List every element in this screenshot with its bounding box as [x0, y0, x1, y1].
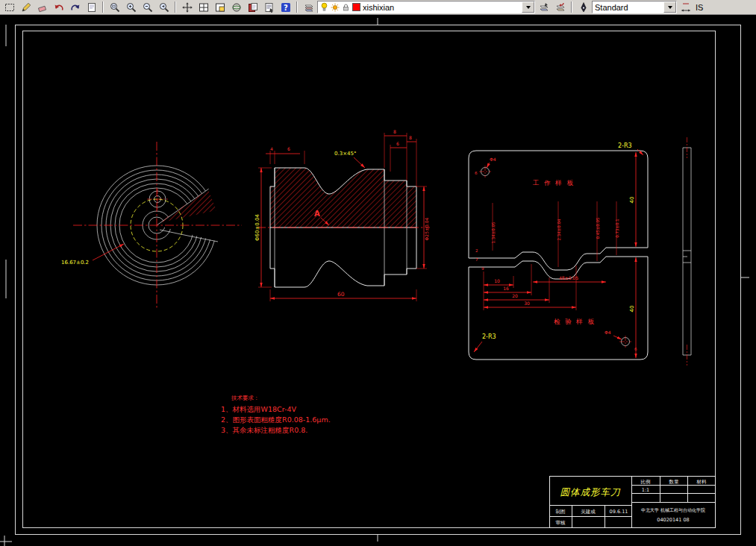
drawing-canvas[interactable]: 16.67±0.2 4 6 0.3×45° [0, 15, 756, 546]
zoom-window-button[interactable] [107, 1, 122, 14]
cad-application-window: ? xishixian Standard IS [0, 0, 756, 546]
design-center-icon [247, 1, 259, 13]
layer-manager-button[interactable] [301, 1, 316, 14]
side-strip-view [683, 137, 691, 365]
scale-value: 1:1 [642, 487, 649, 493]
undo-button[interactable] [51, 1, 66, 14]
corner-radius-bottom: 2-R3 [482, 333, 496, 340]
viewports-button[interactable] [196, 1, 211, 14]
design-center-button[interactable] [245, 1, 260, 14]
dim-top-2: 6 [287, 146, 290, 151]
diameter-dim: Φ60±0.04 [254, 214, 260, 241]
main-toolbar: ? xishixian Standard IS [0, 0, 756, 15]
check-template-label: 检 验 样 板 [554, 318, 596, 325]
text-style-button[interactable] [575, 1, 591, 14]
chain-dim-4: 30 [524, 301, 530, 306]
chamfer-dim: 0.3×45° [334, 151, 356, 157]
lightbulb-icon [320, 2, 328, 12]
dim-right-2: 8 [409, 135, 412, 140]
pan-button[interactable] [179, 1, 195, 14]
hole-dim-top: Φ4 [490, 157, 496, 162]
small-dim-1: 2 [475, 248, 478, 253]
properties-icon [263, 1, 275, 13]
zoom-previous-button[interactable] [156, 1, 172, 14]
technical-notes: 技术要求： 1、材料选用W18Cr-4V 2、图形表面粗糙度R0.08-1.6μ… [221, 395, 331, 434]
selection-tool-button[interactable] [1, 1, 17, 14]
pan-icon [181, 1, 193, 13]
maker-date: 09.6.11 [610, 509, 628, 515]
pen-nib-icon [578, 1, 590, 13]
hole-dim-bottom: Φ4 [605, 330, 611, 335]
style-combo-dropdown-button[interactable] [663, 1, 676, 13]
orbit-button[interactable] [228, 1, 244, 14]
layer-previous-button[interactable] [552, 1, 568, 14]
redo-button[interactable] [67, 1, 83, 14]
template-view: 2-R3 2-R3 工 作 样 板 检 验 样 板 40 40 [469, 142, 648, 360]
front-view: 16.67±0.2 [61, 142, 242, 309]
style-combo[interactable]: Standard [592, 1, 677, 13]
height-dim-top: 40 [629, 197, 635, 204]
layer-color-swatch [352, 3, 360, 11]
org-name: 中北大学 机械工程与自动化学院 [641, 507, 705, 513]
checker-label: 审核 [556, 520, 566, 526]
dim-style-icon [680, 1, 692, 13]
zoom-out-button[interactable] [140, 1, 155, 14]
width-dim: 48±0.05 [559, 275, 578, 280]
style-combo-value: Standard [595, 3, 628, 12]
shank-dim: Φ25±0.04 [424, 217, 429, 240]
height-dim-bottom: 40 [629, 306, 635, 313]
sun-icon [331, 3, 340, 12]
properties-button[interactable] [261, 1, 277, 14]
section-view: 4 6 0.3×45° 8 8 6 Φ60±0.04 [254, 129, 430, 301]
hole-offset-top: 6 [475, 171, 478, 175]
make-object-layer-current-button[interactable] [536, 1, 552, 14]
help-icon: ? [280, 1, 292, 13]
layers-icon [303, 1, 315, 13]
chain-dim-2: 16 [503, 286, 509, 291]
org-code: 04020141 08 [657, 517, 689, 523]
maker-name: 吴建成 [581, 509, 596, 515]
undo-icon [53, 1, 65, 13]
notes-heading: 技术要求： [231, 395, 260, 401]
chevron-down-icon [668, 6, 672, 9]
document-icon [86, 1, 98, 13]
layer-combo-value: xishixian [363, 3, 394, 12]
part-name: 圆体成形车刀 [560, 486, 622, 498]
toolbar-separator [571, 1, 572, 13]
redo-icon [69, 1, 81, 13]
sketch-tool-button[interactable] [18, 1, 34, 14]
lock-icon [342, 3, 350, 12]
eraser-tool-button[interactable] [34, 1, 50, 14]
dim-style-partial-label: IS [696, 3, 703, 12]
title-block: 圆体成形车刀 比例 数量 材料 1:1 制图 吴建成 09.6.11 审核 中北… [550, 477, 716, 528]
layer-combo-dropdown-button[interactable] [522, 1, 534, 13]
dim-style-button[interactable] [678, 1, 693, 14]
dim-right-1: 8 [393, 129, 396, 134]
help-button[interactable]: ? [278, 1, 293, 14]
front-radius-dim: 16.67±0.2 [61, 260, 89, 266]
chevron-down-icon [526, 6, 531, 9]
chain-dim-1: 10 [494, 278, 500, 283]
pencil-icon [20, 1, 32, 13]
make-layer-current-icon [538, 1, 550, 13]
dim-top-1: 4 [270, 146, 273, 151]
selection-box-icon [4, 1, 16, 13]
length-dim: 60 [337, 291, 345, 298]
small-dim-2: 7 [475, 257, 478, 262]
header-material: 材料 [696, 479, 707, 485]
corner-radius-top: 2-R3 [618, 142, 632, 149]
eraser-icon [37, 1, 49, 13]
zoom-previous-icon [158, 1, 170, 13]
plot-preview-button[interactable] [84, 1, 99, 14]
named-views-button[interactable] [212, 1, 228, 14]
svg-text:?: ? [284, 4, 288, 12]
zoom-in-button[interactable] [123, 1, 139, 14]
section-label: A [314, 210, 320, 218]
header-qty: 数量 [669, 479, 680, 485]
header-scale: 比例 [641, 479, 651, 485]
profile-dim-4: 0.73±0.1 [615, 219, 619, 238]
viewports-icon [198, 1, 210, 13]
hole-offset-bottom: 6 [634, 347, 637, 351]
layer-previous-icon [554, 1, 566, 13]
layer-combo[interactable]: xishixian [317, 1, 535, 13]
